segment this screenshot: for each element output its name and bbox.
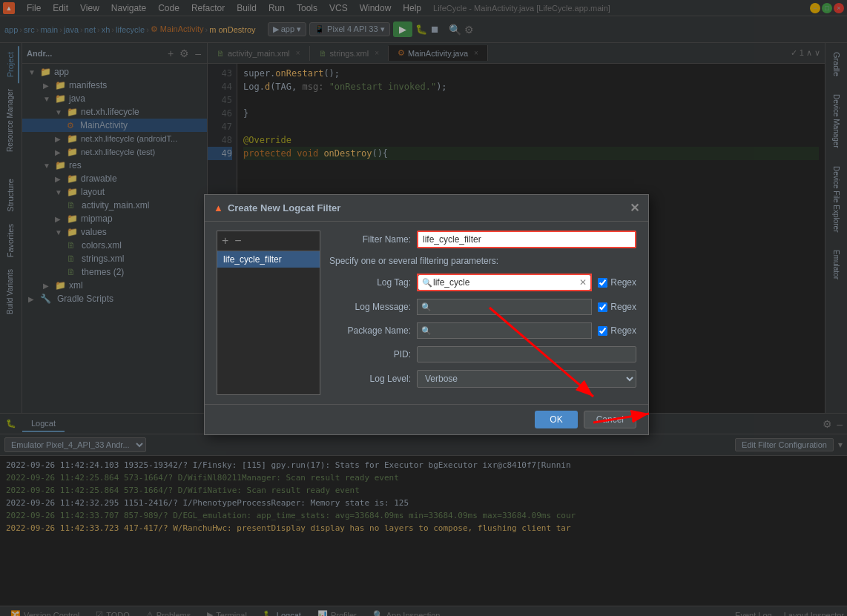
filter-name-label: Filter Name: <box>329 234 411 245</box>
dialog-close-button[interactable]: ✕ <box>630 201 639 215</box>
search-icon-tag: 🔍 <box>422 278 432 288</box>
search-icon-package: 🔍 <box>421 326 432 336</box>
log-message-wrapper: 🔍 <box>417 299 592 315</box>
log-tag-label: Log Tag: <box>329 277 411 288</box>
dialog-title: ▲ Create New Logcat Filter ✕ <box>205 195 648 222</box>
dialog-body: + − life_cycle_filter Filter Name: Speci… <box>205 222 648 404</box>
filter-remove-button[interactable]: − <box>233 234 243 248</box>
log-level-field: Log Level: Verbose Debug Info Warn Error <box>329 370 636 388</box>
log-tag-wrapper: 🔍 ✕ <box>417 274 592 291</box>
filter-add-button[interactable]: + <box>220 234 230 248</box>
log-level-label: Log Level: <box>329 374 411 384</box>
log-message-field: Log Message: 🔍 Regex <box>329 299 636 315</box>
filter-list-toolbar: + − <box>217 231 320 251</box>
log-tag-clear-btn[interactable]: ✕ <box>579 277 587 288</box>
package-name-label: Package Name: <box>329 325 411 336</box>
package-name-regex-checkbox[interactable] <box>598 326 607 336</box>
filter-name-field: Filter Name: <box>329 231 636 248</box>
dialog-footer: OK Cancel <box>205 404 648 434</box>
dialog-icon: ▲ <box>214 202 223 213</box>
pid-field: PID: <box>329 346 636 362</box>
package-name-regex-label: Regex <box>598 325 636 336</box>
log-message-label: Log Message: <box>329 302 411 312</box>
log-message-regex-label: Regex <box>598 302 636 312</box>
package-name-input[interactable] <box>418 323 591 338</box>
package-name-field: Package Name: 🔍 Regex <box>329 322 636 339</box>
pid-label: PID: <box>329 349 411 360</box>
log-message-input[interactable] <box>418 299 591 314</box>
package-name-wrapper: 🔍 <box>417 322 592 339</box>
create-filter-dialog: ▲ Create New Logcat Filter ✕ + − life_cy… <box>204 194 649 435</box>
log-tag-field: Log Tag: 🔍 ✕ Regex <box>329 274 636 291</box>
pid-input[interactable] <box>417 346 636 362</box>
filter-list-item[interactable]: life_cycle_filter <box>217 251 320 268</box>
log-tag-regex-label: Regex <box>598 277 636 288</box>
filter-list: + − life_cycle_filter <box>217 231 320 395</box>
filter-name-input[interactable] <box>417 231 636 248</box>
log-tag-input[interactable] <box>418 275 590 290</box>
dialog-overlay: ▲ Create New Logcat Filter ✕ + − life_cy… <box>0 0 847 616</box>
cancel-button[interactable]: Cancel <box>584 411 636 428</box>
log-tag-regex-checkbox[interactable] <box>598 278 607 288</box>
log-message-regex-checkbox[interactable] <box>598 302 607 312</box>
ok-button[interactable]: OK <box>535 411 577 428</box>
log-level-select[interactable]: Verbose Debug Info Warn Error <box>417 370 636 388</box>
spec-text: Specify one or several filtering paramet… <box>329 256 636 266</box>
dialog-form: Filter Name: Specify one or several filt… <box>329 231 636 395</box>
search-icon-message: 🔍 <box>421 302 432 312</box>
